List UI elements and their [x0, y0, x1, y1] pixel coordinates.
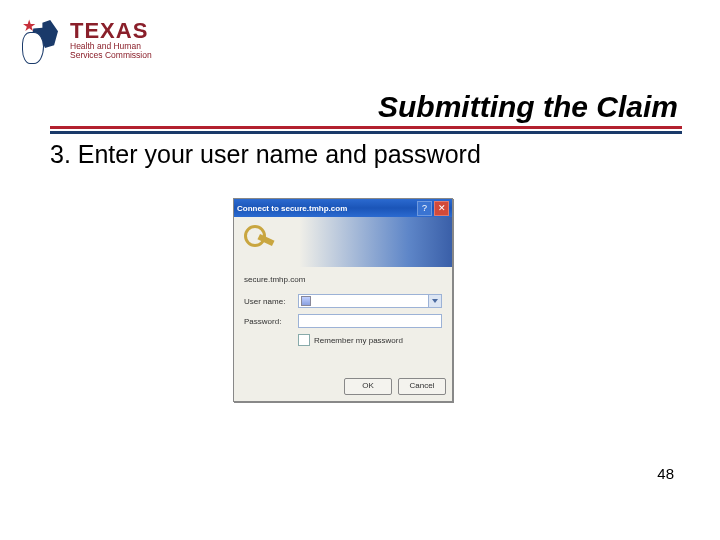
org-logo: ★ TEXAS Health and Human Services Commis…: [22, 18, 152, 64]
password-field[interactable]: [298, 314, 442, 328]
logo-brand: TEXAS: [70, 21, 152, 42]
slide: ★ TEXAS Health and Human Services Commis…: [0, 0, 720, 540]
logo-mark: ★: [22, 18, 64, 64]
close-button[interactable]: ✕: [434, 201, 449, 216]
help-button[interactable]: ?: [417, 201, 432, 216]
logo-text: TEXAS Health and Human Services Commissi…: [70, 21, 152, 61]
username-field[interactable]: [298, 294, 442, 308]
page-number: 48: [657, 465, 674, 482]
cancel-button[interactable]: Cancel: [398, 378, 446, 395]
instruction-text: 3. Enter your user name and password: [50, 140, 670, 169]
rule-red: [50, 126, 682, 129]
dialog-banner: [234, 217, 452, 267]
dialog-host: secure.tmhp.com: [244, 275, 442, 284]
logo-line2: Services Commission: [70, 51, 152, 61]
checkbox-icon: [298, 334, 310, 346]
username-label: User name:: [244, 297, 298, 306]
title-block: Submitting the Claim: [50, 90, 682, 134]
dialog-body: secure.tmhp.com User name: Password: Rem…: [234, 267, 452, 352]
star-icon: ★: [22, 18, 36, 34]
dialog-titlebar: Connect to secure.tmhp.com ? ✕: [234, 199, 452, 217]
remember-label: Remember my password: [314, 336, 403, 345]
remember-checkbox[interactable]: Remember my password: [298, 334, 442, 346]
chevron-down-icon: [432, 299, 438, 303]
ok-button[interactable]: OK: [344, 378, 392, 395]
dialog-title: Connect to secure.tmhp.com: [237, 204, 415, 213]
keys-icon: [242, 223, 278, 259]
password-label: Password:: [244, 317, 298, 326]
slide-title: Submitting the Claim: [50, 90, 682, 126]
auth-dialog: Connect to secure.tmhp.com ? ✕ secure.tm…: [233, 198, 453, 402]
password-row: Password:: [244, 314, 442, 328]
dialog-buttons: OK Cancel: [234, 374, 452, 401]
username-row: User name:: [244, 294, 442, 308]
rule-blue: [50, 131, 682, 134]
user-icon: [301, 296, 311, 306]
